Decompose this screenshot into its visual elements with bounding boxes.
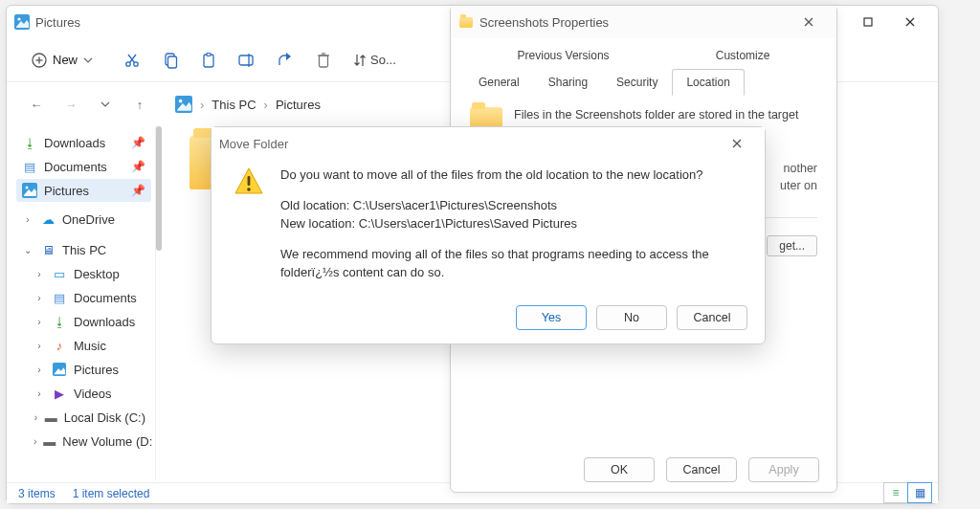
folder-icon <box>458 14 474 30</box>
pictures-icon <box>22 183 37 198</box>
properties-footer: OK Cancel Apply <box>451 457 836 482</box>
back-button[interactable]: ← <box>24 92 49 117</box>
maximize-button[interactable] <box>848 9 888 35</box>
sidebar-item-onedrive[interactable]: › ☁ OneDrive <box>16 208 151 231</box>
cut-icon[interactable] <box>123 52 141 69</box>
pin-icon: 📌 <box>131 160 145 173</box>
chevron-right-icon: › <box>33 269 45 279</box>
sidebar-item-music[interactable]: ›♪Music <box>16 334 151 357</box>
chevron-right-icon: › <box>22 214 33 225</box>
breadcrumb-root[interactable]: This PC <box>212 98 256 112</box>
view-list-button[interactable]: ≡ <box>883 482 908 503</box>
paste-icon[interactable] <box>200 52 217 69</box>
share-icon[interactable] <box>277 52 294 69</box>
tab-security[interactable]: Security <box>602 69 672 96</box>
tab-sharing[interactable]: Sharing <box>534 69 602 96</box>
tab-location[interactable]: Location <box>672 69 744 96</box>
properties-tabs-top: Previous Versions Customize <box>451 38 836 69</box>
sidebar-item-label: Documents <box>44 160 107 174</box>
desktop-icon: ▭ <box>52 266 67 281</box>
sidebar-item-label: Downloads <box>44 136 105 150</box>
find-target-button[interactable]: get... <box>767 235 817 256</box>
warning-icon <box>233 166 265 198</box>
move-buttons: Yes No Cancel <box>516 305 747 330</box>
sort-icon <box>353 53 367 68</box>
close-button[interactable] <box>789 9 829 35</box>
svg-rect-14 <box>168 56 177 68</box>
close-button[interactable] <box>717 130 757 157</box>
chevron-right-icon: › <box>33 341 45 351</box>
properties-title: Screenshots Properties <box>479 15 789 30</box>
svg-rect-3 <box>864 18 872 26</box>
sidebar-item-desktop[interactable]: ›▭Desktop <box>16 262 151 285</box>
svg-point-25 <box>26 187 29 189</box>
pictures-icon <box>175 96 192 113</box>
move-titlebar[interactable]: Move Folder <box>212 127 765 160</box>
sidebar-item-label: Videos <box>74 387 112 401</box>
music-icon: ♪ <box>52 338 67 353</box>
sidebar-item-localdisk[interactable]: ›▬Local Disk (C:) <box>16 406 151 429</box>
download-icon: ⭳ <box>52 314 67 329</box>
sidebar-item-newvolume[interactable]: ›▬New Volume (D: <box>16 430 151 453</box>
onedrive-icon: ☁ <box>40 211 56 227</box>
no-button[interactable]: No <box>596 305 667 330</box>
view-grid-button[interactable]: ▦ <box>907 482 932 503</box>
sidebar-item-downloads2[interactable]: ›⭳Downloads <box>16 310 151 333</box>
sidebar-item-pictures2[interactable]: ›Pictures <box>16 358 151 381</box>
new-button[interactable]: New <box>22 49 102 72</box>
chevron-right-icon: › <box>33 388 45 399</box>
sidebar-item-documents[interactable]: ▤ Documents 📌 <box>16 155 151 178</box>
svg-rect-31 <box>248 176 251 186</box>
rename-icon[interactable] <box>238 52 256 69</box>
forward-button[interactable]: → <box>58 92 83 117</box>
chevron-down-icon <box>83 55 93 65</box>
download-icon: ⭳ <box>22 135 37 150</box>
svg-rect-17 <box>239 55 253 65</box>
delete-icon[interactable] <box>315 52 332 69</box>
copy-icon[interactable] <box>162 52 179 69</box>
ok-button[interactable]: OK <box>584 457 655 482</box>
chevron-right-icon: › <box>33 436 36 447</box>
videos-icon: ▶ <box>52 386 67 401</box>
tab-customize[interactable]: Customize <box>702 42 785 69</box>
breadcrumb-current[interactable]: Pictures <box>276 98 321 112</box>
cancel-button[interactable]: Cancel <box>677 305 747 330</box>
cancel-button[interactable]: Cancel <box>666 457 737 482</box>
yes-button[interactable]: Yes <box>516 305 587 330</box>
properties-titlebar[interactable]: Screenshots Properties <box>451 6 836 38</box>
chevron-right-icon: › <box>33 317 45 327</box>
sidebar-item-videos[interactable]: ›▶Videos <box>16 382 151 405</box>
up-button[interactable]: ↑ <box>127 92 152 117</box>
view-toggle: ≡ ▦ <box>884 482 932 503</box>
svg-rect-16 <box>207 53 211 55</box>
breadcrumb[interactable]: › This PC › Pictures <box>175 96 321 113</box>
pin-icon: 📌 <box>131 136 145 149</box>
apply-button[interactable]: Apply <box>748 457 819 482</box>
monitor-icon: 🖥 <box>40 242 56 257</box>
old-location: Old location: C:\Users\acer1\Pictures\Sc… <box>280 196 744 215</box>
close-button[interactable] <box>890 9 930 35</box>
sidebar-item-label: New Volume (D: <box>62 434 152 449</box>
chevron-right-icon: › <box>264 98 268 112</box>
sidebar-item-documents2[interactable]: ›▤Documents <box>16 286 151 309</box>
svg-point-1 <box>17 17 20 20</box>
tab-general[interactable]: General <box>464 69 534 96</box>
documents-icon: ▤ <box>22 159 37 174</box>
sidebar-item-label: Music <box>74 339 106 353</box>
recent-button[interactable] <box>93 92 118 117</box>
move-title: Move Folder <box>219 137 717 151</box>
sort-label: So... <box>370 53 396 67</box>
svg-rect-19 <box>320 55 328 67</box>
status-items: 3 items <box>18 487 56 500</box>
content-scrollbar[interactable] <box>156 126 162 480</box>
sort-button[interactable]: So... <box>353 53 396 68</box>
move-recommend: We recommend moving all of the files so … <box>280 245 744 282</box>
sidebar-item-pictures[interactable]: Pictures 📌 <box>16 179 151 202</box>
sidebar-item-label: Pictures <box>74 363 119 377</box>
chevron-right-icon: › <box>33 293 45 303</box>
chevron-right-icon: › <box>33 412 38 423</box>
scrollbar-thumb[interactable] <box>156 126 162 251</box>
tab-previous-versions[interactable]: Previous Versions <box>503 42 624 69</box>
sidebar-item-downloads[interactable]: ⭳ Downloads 📌 <box>16 131 151 154</box>
sidebar-item-thispc[interactable]: ⌄ 🖥 This PC <box>16 238 151 261</box>
